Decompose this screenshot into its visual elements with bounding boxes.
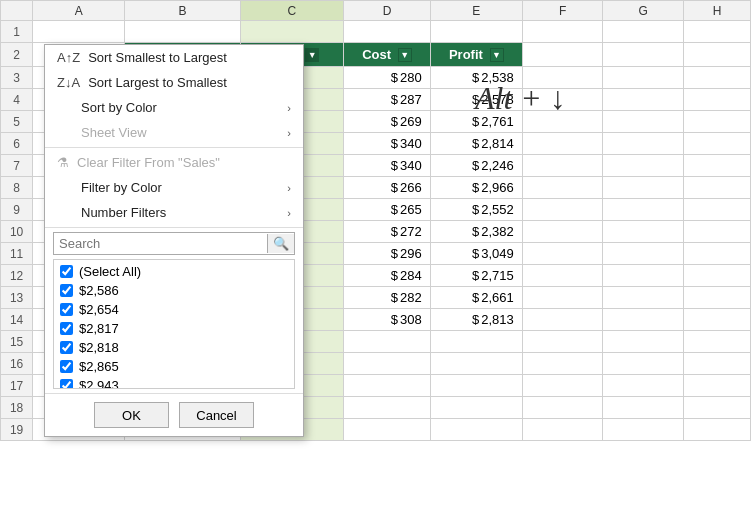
cell-e2-profit[interactable]: Profit ▼ [430,43,522,67]
search-input[interactable] [54,233,267,254]
col-header-b[interactable]: B [125,1,240,21]
cell-d1[interactable] [344,21,430,43]
sort-desc-item[interactable]: Z↓A Sort Largest to Smallest [45,70,303,95]
cell-f1[interactable] [522,21,603,43]
cell-g1[interactable] [603,21,684,43]
sort-asc-label: Sort Smallest to Largest [88,50,227,65]
col-header-d[interactable]: D [344,1,430,21]
number-filters-item[interactable]: Number Filters › [45,200,303,225]
checkbox-input-6[interactable] [60,379,73,389]
filter-color-label: Filter by Color [81,180,162,195]
col-header-a[interactable]: A [33,1,125,21]
dropdown-footer: OK Cancel [45,393,303,436]
checkbox-item-5[interactable]: $2,865 [54,357,294,376]
cost-label: Cost [362,47,391,62]
cell-e1[interactable] [430,21,522,43]
checkbox-label-2: $2,654 [79,302,119,317]
checkbox-item-6[interactable]: $2,943 [54,376,294,389]
checkbox-item-1[interactable]: $2,586 [54,281,294,300]
clear-filter-item[interactable]: ⚗ Clear Filter From "Sales" [45,150,303,175]
clear-filter-icon: ⚗ [57,155,69,170]
row-num-1: 1 [1,21,33,43]
spreadsheet: A B C D E F G H 1 [0,0,751,528]
col-header-row: A B C D E F G H [1,1,751,21]
checkbox-input-3[interactable] [60,322,73,335]
col-header-g[interactable]: G [603,1,684,21]
divider-2 [45,227,303,228]
sort-color-item[interactable]: Sort by Color › [45,95,303,120]
corner-cell [1,1,33,21]
cell-f2[interactable] [522,43,603,67]
cell-a1[interactable] [33,21,125,43]
filter-color-arrow: › [287,182,291,194]
cell-c1[interactable] [240,21,344,43]
sort-color-label: Sort by Color [81,100,157,115]
cancel-button[interactable]: Cancel [179,402,254,428]
checkbox-item-4[interactable]: $2,818 [54,338,294,357]
cell-h2[interactable] [684,43,751,67]
checkbox-label-all: (Select All) [79,264,141,279]
sort-desc-label: Sort Largest to Smallest [88,75,227,90]
divider-1 [45,147,303,148]
profit-label: Profit [449,47,483,62]
search-container[interactable]: 🔍 [53,232,295,255]
ok-button[interactable]: OK [94,402,169,428]
search-icon[interactable]: 🔍 [267,234,294,253]
clear-filter-label: Clear Filter From "Sales" [77,155,220,170]
checkbox-label-3: $2,817 [79,321,119,336]
checkbox-item-2[interactable]: $2,654 [54,300,294,319]
filter-color-item[interactable]: Filter by Color › [45,175,303,200]
sort-asc-item[interactable]: A↑Z Sort Smallest to Largest [45,45,303,70]
checkbox-input-5[interactable] [60,360,73,373]
cell-h1[interactable] [684,21,751,43]
col-header-f[interactable]: F [522,1,603,21]
col-header-h[interactable]: H [684,1,751,21]
checkbox-input-all[interactable] [60,265,73,278]
sort-asc-icon: A↑Z [57,50,80,65]
checkbox-label-5: $2,865 [79,359,119,374]
checkbox-label-1: $2,586 [79,283,119,298]
cell-d2-cost[interactable]: Cost ▼ [344,43,430,67]
sort-color-arrow: › [287,102,291,114]
col-header-e[interactable]: E [430,1,522,21]
sort-desc-icon: Z↓A [57,75,80,90]
sales-filter-btn[interactable]: ▼ [305,48,319,62]
number-filters-label: Number Filters [81,205,166,220]
table-row: 1 [1,21,751,43]
row-num-2: 2 [1,43,33,67]
cost-filter-btn[interactable]: ▼ [398,48,412,62]
checkbox-input-4[interactable] [60,341,73,354]
checkbox-item-3[interactable]: $2,817 [54,319,294,338]
checkbox-input-1[interactable] [60,284,73,297]
filter-dropdown: A↑Z Sort Smallest to Largest Z↓A Sort La… [44,44,304,437]
sheet-view-item[interactable]: Sheet View › [45,120,303,145]
checkbox-label-6: $2,943 [79,378,119,389]
number-filters-arrow: › [287,207,291,219]
col-header-c[interactable]: C [240,1,344,21]
cell-g2[interactable] [603,43,684,67]
checkbox-input-2[interactable] [60,303,73,316]
sheet-view-arrow: › [287,127,291,139]
checkbox-select-all[interactable]: (Select All) [54,262,294,281]
sheet-view-label: Sheet View [81,125,147,140]
cell-b1[interactable] [125,21,240,43]
checkbox-list[interactable]: (Select All) $2,586 $2,654 $2,817 $2,818… [53,259,295,389]
checkbox-label-4: $2,818 [79,340,119,355]
profit-filter-btn[interactable]: ▼ [490,48,504,62]
